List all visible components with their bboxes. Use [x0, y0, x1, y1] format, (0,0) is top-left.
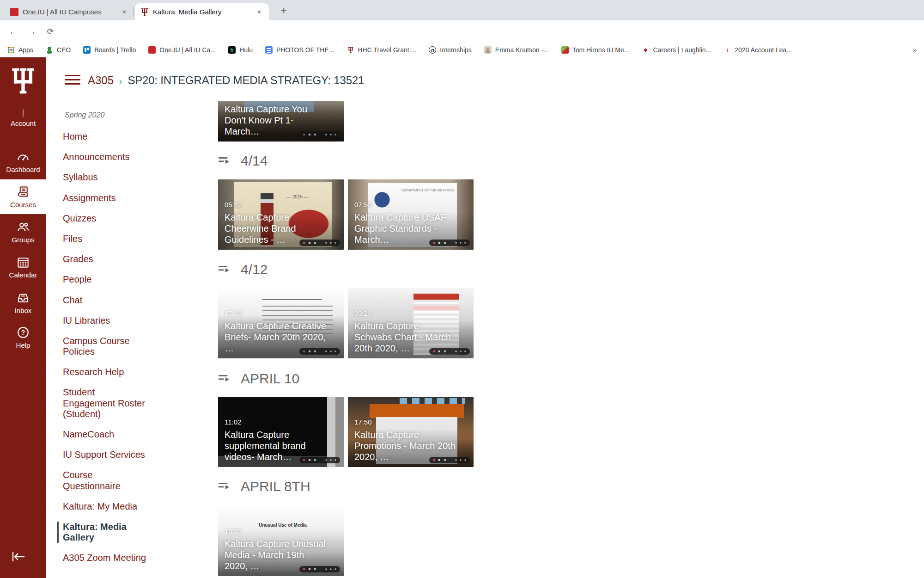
sidebar-item-dashboard[interactable]: Dashboard [0, 150, 46, 173]
course-nav-chat[interactable]: Chat [63, 295, 148, 306]
tab-title: Kaltura: Media Gallery [153, 8, 251, 16]
course-nav-namecoach[interactable]: NameCoach [63, 429, 148, 440]
course-nav-campus-course-policies[interactable]: Campus Course Policies [63, 336, 148, 357]
hulu-icon [228, 46, 236, 54]
course-nav-student-engagement-roster[interactable]: Student Engagement Roster (Student) [63, 387, 148, 419]
tab-kaltura[interactable]: Kaltura: Media Gallery [135, 3, 269, 20]
video-card[interactable]: 11:02 Kaltura Capture supplemental brand… [218, 397, 344, 467]
bookmark-emma[interactable]: Emma Knutson -... [484, 46, 549, 54]
course-nav-course-questionnaire[interactable]: Course Questionnaire [63, 470, 148, 491]
course-nav-quizzes[interactable]: Quizzes [63, 213, 148, 224]
video-thumbnail: Kaltura Capture You Don't Know Pt 1- Mar… [218, 101, 344, 141]
date-label: APRIL 10 [241, 371, 299, 387]
collapse-sidebar-button[interactable] [9, 547, 28, 566]
date-section-header: 4/12 [218, 262, 267, 277]
course-nav-kaltura-my-media[interactable]: Kaltura: My Media [63, 501, 148, 512]
sidebar-item-courses[interactable]: Courses [0, 179, 46, 214]
player-controls [429, 348, 470, 355]
date-label: APRIL 8TH [241, 479, 310, 494]
player-controls [299, 457, 340, 463]
thumbnail-caption: — 2015 — [286, 194, 309, 199]
video-duration: 05:42 [225, 201, 242, 209]
reload-icon[interactable] [44, 25, 56, 37]
date-section-header: APRIL 8TH [218, 479, 310, 494]
hamburger-menu-icon[interactable] [65, 75, 80, 86]
video-card[interactable]: Unusual Use of Media 18:23 Kaltura Captu… [218, 506, 344, 576]
course-nav-announcements[interactable]: Announcements [63, 152, 148, 162]
bookmarks-overflow-chevron[interactable]: » [913, 46, 917, 54]
thumbnail-caption: Unusual Use of Media [259, 523, 307, 528]
video-card[interactable]: 17:13 Kaltura Capture Creative Briefs- M… [218, 288, 344, 358]
back-icon[interactable] [7, 25, 19, 37]
playlist-icon [218, 264, 231, 276]
browser-toolbar: iu.instructure.com/courses/1861353/exter… [0, 20, 924, 43]
course-nav-grades[interactable]: Grades [63, 254, 148, 264]
page-title: SP20: INTEGRATED MEDIA STRATEGY: 13521 [128, 74, 364, 87]
bookmark-internships[interactable]: Internships [429, 46, 471, 54]
oneiu-icon [148, 46, 156, 54]
course-nav-iu-libraries[interactable]: IU Libraries [63, 315, 148, 326]
apps-grid-icon [7, 46, 15, 54]
date-section-header: APRIL 10 [218, 371, 299, 387]
bookmark-account[interactable]: 2020 Account Lea... [723, 46, 792, 54]
sidebar-item-calendar[interactable]: Calendar [0, 255, 46, 279]
course-nav-kaltura-media-gallery[interactable]: Kaltura: Media Gallery [57, 522, 148, 543]
bookmark-photos[interactable]: PHOTOS OF THE... [265, 46, 334, 54]
course-nav-files[interactable]: Files [63, 234, 148, 244]
course-nav-syllabus[interactable]: Syllabus [63, 172, 148, 183]
course-nav-iu-support-services[interactable]: IU Support Services [63, 449, 148, 460]
sidebar-item-inbox[interactable]: Inbox [0, 291, 46, 314]
video-card[interactable]: DEPARTMENT OF THE AIR FORCE 07:59 Kaltur… [348, 179, 474, 250]
bookmark-ceo[interactable]: CEO [46, 46, 71, 54]
video-card[interactable]: 09:29 Kaltura Capture Schwabs Chart - Ma… [348, 288, 474, 358]
playlist-icon [218, 155, 231, 167]
video-duration: 11:02 [225, 418, 241, 426]
bookmark-hhc[interactable]: HHC Travel Grant:... [347, 46, 417, 54]
breadcrumb: A305 › SP20: INTEGRATED MEDIA STRATEGY: … [88, 74, 364, 87]
player-controls [429, 457, 470, 463]
tab-oneiu[interactable]: One.IU | All IU Campuses [5, 3, 134, 20]
video-card[interactable]: Kaltura Capture You Don't Know Pt 1- Mar… [218, 101, 344, 141]
bookmark-trello[interactable]: Boards | Trello [83, 46, 136, 54]
bookmark-favicon [46, 46, 53, 54]
tab-close-icon[interactable] [120, 8, 128, 16]
course-nav-research-help[interactable]: Research Help [63, 367, 148, 377]
inbox-tray-icon [16, 291, 30, 305]
course-nav-home[interactable]: Home [63, 131, 148, 142]
calendar-icon [16, 255, 30, 269]
forward-icon[interactable] [26, 25, 38, 37]
player-controls [299, 566, 340, 572]
bookmark-tom[interactable]: Tom Hirons IU Me... [561, 46, 630, 54]
bookmark-oneiu[interactable]: One.IU | All IU Ca... [148, 46, 216, 54]
bookmark-hulu[interactable]: Hulu [228, 46, 253, 54]
trello-icon [83, 46, 91, 54]
sidebar-item-groups[interactable]: Groups [0, 220, 46, 244]
breadcrumb-course-link[interactable]: A305 [88, 74, 114, 87]
date-label: 4/12 [241, 262, 267, 277]
breadcrumb-separator: › [119, 76, 122, 86]
bookmarks-bar: Apps CEO Boards | Trello One.IU | All IU… [0, 43, 924, 57]
canvas-global-nav: Account Dashboard Courses Groups Calenda… [0, 57, 46, 578]
main-content: A305 › SP20: INTEGRATED MEDIA STRATEGY: … [46, 57, 924, 578]
sidebar-item-account[interactable]: Account [0, 109, 46, 127]
new-tab-button[interactable] [277, 4, 290, 17]
video-card[interactable]: 17:50 Kaltura Capture Promotions - March… [348, 397, 474, 467]
video-duration: 17:13 [225, 309, 242, 317]
bookmark-careers[interactable]: Careers | Laughlin... [642, 46, 711, 54]
oneiu-favicon [10, 8, 18, 16]
sidebar-item-help[interactable]: ? Help [0, 326, 46, 349]
bookmark-apps[interactable]: Apps [7, 46, 33, 54]
video-duration: 18:23 [225, 527, 242, 535]
term-label: Spring 2020 [65, 111, 148, 119]
course-nav-people[interactable]: People [63, 274, 148, 285]
iu-logo[interactable] [0, 67, 46, 95]
player-controls [299, 240, 340, 246]
help-question-icon: ? [16, 326, 30, 339]
course-nav-a305-zoom-meeting[interactable]: A305 Zoom Meeting [63, 553, 148, 563]
bookmark-favicon [429, 46, 436, 54]
course-nav-assignments[interactable]: Assignments [63, 193, 148, 203]
tab-close-icon[interactable] [255, 8, 263, 16]
video-card[interactable]: — 2015 — 05:42 Kaltura Capture Cheerwine… [218, 179, 344, 250]
player-controls [299, 131, 340, 138]
iu-trident-icon [347, 46, 354, 54]
